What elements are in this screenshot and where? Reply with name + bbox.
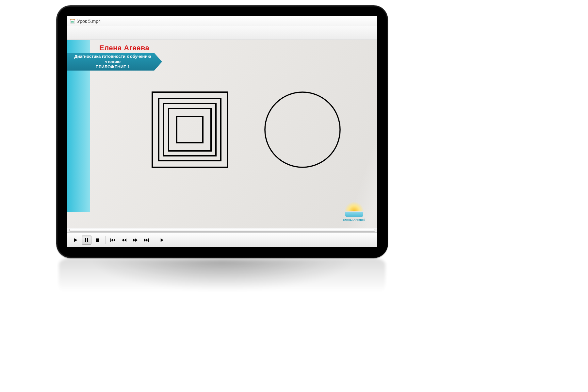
svg-marker-19 bbox=[111, 238, 113, 242]
logo-book-icon bbox=[345, 212, 363, 217]
svg-rect-16 bbox=[87, 238, 88, 242]
svg-rect-11 bbox=[169, 108, 211, 151]
tablet-bezel: 321 Урок 5.mp4 Елена Агеева Диагностика … bbox=[57, 7, 387, 257]
screen: 321 Урок 5.mp4 Елена Агеева Диагностика … bbox=[67, 16, 377, 247]
seek-bar[interactable] bbox=[67, 228, 377, 233]
tablet-frame: 321 Урок 5.mp4 Елена Агеева Диагностика … bbox=[56, 5, 388, 258]
svg-rect-12 bbox=[177, 117, 203, 143]
window-title: Урок 5.mp4 bbox=[77, 19, 101, 24]
pause-button[interactable] bbox=[82, 236, 91, 245]
logo-sun-icon bbox=[344, 202, 364, 211]
slide-shapes bbox=[67, 40, 377, 223]
prev-track-button[interactable] bbox=[108, 236, 118, 245]
svg-text:321: 321 bbox=[71, 21, 74, 23]
watermark-logo: Елены Агеевой bbox=[338, 202, 370, 221]
svg-rect-4 bbox=[72, 19, 73, 20]
seek-track[interactable] bbox=[69, 229, 375, 232]
svg-rect-18 bbox=[110, 238, 111, 242]
toolbar-strip bbox=[67, 26, 377, 40]
svg-rect-15 bbox=[85, 238, 86, 242]
next-track-button[interactable] bbox=[141, 236, 151, 245]
svg-marker-25 bbox=[144, 238, 146, 242]
window-titlebar: 321 Урок 5.mp4 bbox=[67, 16, 377, 26]
svg-marker-14 bbox=[74, 238, 77, 242]
logo-text: Елены Агеевой bbox=[343, 218, 366, 221]
svg-rect-2 bbox=[71, 19, 71, 20]
svg-rect-6 bbox=[74, 19, 74, 20]
svg-marker-26 bbox=[146, 238, 148, 242]
svg-rect-10 bbox=[164, 104, 216, 156]
svg-marker-22 bbox=[124, 238, 126, 242]
svg-marker-21 bbox=[122, 238, 124, 242]
stop-button[interactable] bbox=[93, 236, 103, 245]
svg-rect-3 bbox=[72, 19, 72, 20]
svg-rect-27 bbox=[148, 238, 149, 242]
svg-marker-24 bbox=[135, 238, 138, 242]
rewind-button[interactable] bbox=[119, 236, 129, 245]
video-file-icon: 321 bbox=[70, 19, 75, 24]
svg-rect-5 bbox=[73, 19, 74, 20]
svg-point-13 bbox=[265, 92, 340, 167]
fast-forward-button[interactable] bbox=[130, 236, 140, 245]
svg-rect-17 bbox=[96, 238, 99, 242]
controls-separator bbox=[105, 236, 106, 244]
svg-marker-20 bbox=[113, 238, 115, 242]
controls-separator-2 bbox=[154, 236, 154, 244]
svg-rect-28 bbox=[160, 238, 160, 242]
svg-marker-23 bbox=[133, 238, 135, 242]
play-button[interactable] bbox=[71, 236, 80, 245]
player-controls bbox=[67, 233, 377, 247]
video-frame[interactable]: Елена Агеева Диагностика готовности к об… bbox=[67, 40, 377, 228]
tablet-reflection bbox=[59, 258, 385, 307]
step-forward-button[interactable] bbox=[157, 236, 167, 245]
svg-marker-29 bbox=[161, 238, 163, 242]
